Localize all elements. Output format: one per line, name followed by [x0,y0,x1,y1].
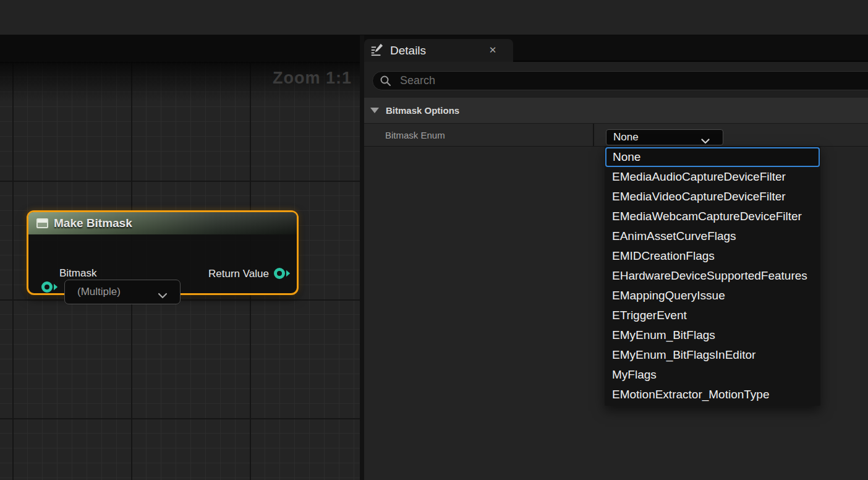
chevron-down-icon [701,135,710,147]
dropdown-item[interactable]: ETriggerEvent [605,306,820,325]
dropdown-item[interactable]: MyFlags [605,365,820,385]
tab-details[interactable]: Details ✕ [364,39,513,62]
node-title: Make Bitmask [54,216,132,230]
dropdown-item[interactable]: EHardwareDeviceSupportedFeatures [605,266,820,286]
return-value-output-pin[interactable] [273,267,291,283]
zoom-level-indicator: Zoom 1:1 [273,69,352,88]
search-icon [380,75,391,87]
dropdown-item[interactable]: EMIDCreationFlags [605,246,820,266]
function-node-icon [36,218,48,228]
blueprint-graph-panel[interactable]: Zoom 1:1 Make Bitmask Bitmask (Multiple) [0,35,360,480]
enum-dropdown-list: NoneEMediaAudioCaptureDeviceFilterEMedia… [605,146,820,406]
search-input[interactable] [399,74,868,88]
make-bitmask-node[interactable]: Make Bitmask Bitmask (Multiple) Return V… [27,210,299,295]
input-pin-label: Bitmask [59,267,96,279]
search-box[interactable] [372,71,868,90]
dropdown-item[interactable]: EMotionExtractor_MotionType [605,385,820,405]
details-panel: Details ✕ Bitmask Options Bitmask E [364,35,868,480]
details-tab-bar: Details ✕ [364,35,868,62]
close-tab-button[interactable]: ✕ [487,44,499,56]
editor-top-bar [0,0,868,35]
search-row [364,62,868,98]
bitmask-value-text: (Multiple) [77,286,121,298]
bitmask-input-pin[interactable] [41,280,58,296]
combobox-value: None [613,131,639,144]
panel-divider[interactable] [360,35,364,480]
bitmask-enum-combobox[interactable]: None [606,129,723,145]
output-pin-label: Return Value [208,268,269,280]
tab-title: Details [390,44,426,58]
property-label: Bitmask Enum [385,130,445,140]
dropdown-item[interactable]: EMediaWebcamCaptureDeviceFilter [605,207,820,226]
dropdown-item[interactable]: EMediaVideoCaptureDeviceFilter [605,187,820,207]
bitmask-value-dropdown[interactable]: (Multiple) [64,280,181,304]
dropdown-item[interactable]: EMyEnum_BitFlagsInEditor [605,345,820,365]
dropdown-item[interactable]: EMappingQueryIssue [605,286,820,306]
chevron-down-icon [158,290,168,301]
section-title: Bitmask Options [386,105,459,116]
node-header[interactable]: Make Bitmask [28,212,297,234]
section-bitmask-options[interactable]: Bitmask Options [364,98,868,124]
property-name-cell: Bitmask Enum [364,124,594,146]
unreal-editor-window: Zoom 1:1 Make Bitmask Bitmask (Multiple) [0,0,868,480]
details-pencil-icon [370,43,383,59]
dropdown-item[interactable]: None [605,147,820,167]
dropdown-item[interactable]: EAnimAssetCurveFlags [605,226,820,246]
expander-caret-icon [370,108,379,113]
dropdown-item[interactable]: EMediaAudioCaptureDeviceFilter [605,167,820,187]
dropdown-item[interactable]: EMyEnum_BitFlags [605,325,820,345]
